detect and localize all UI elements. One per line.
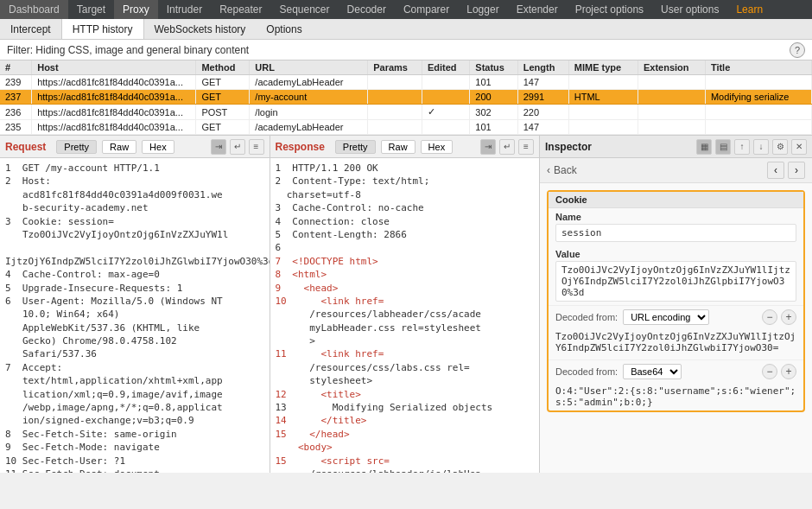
decode-select-2[interactable]: Base64 [623,364,682,379]
col-method: Method [196,60,250,75]
nav-dashboard[interactable]: Dashboard [0,0,68,19]
request-line: AppleWebKit/537.36 (KHTML, like [5,321,264,334]
response-panel: Response Pretty Raw Hex ⇥ ↵ ≡ 1 HTTP/1.1… [270,136,541,473]
request-line: 2 Host: [5,175,264,188]
request-line: Safari/537.36 [5,347,264,360]
request-icon-ln[interactable]: ↵ [230,139,245,155]
request-icon-menu[interactable]: ≡ [249,139,264,155]
nav-intruder[interactable]: Intruder [158,0,211,19]
request-line: 8 Sec-Fetch-Site: same-origin [5,428,264,441]
cookie-value-text: Tzo0OiJVc2VyIjoyOntzOjg6InVzZXJuYW1lIjtz… [555,261,796,302]
inspector-icon-up[interactable]: ↑ [734,139,750,155]
response-line: /resources/css/labs.css rel= [276,361,535,374]
request-tab-hex[interactable]: Hex [142,140,174,154]
nav-proxy[interactable]: Proxy [114,0,158,19]
decode-plus-2[interactable]: + [781,364,796,379]
response-tab-pretty[interactable]: Pretty [335,140,376,154]
inspector-icon-down[interactable]: ↓ [753,139,769,155]
decode-plus-1[interactable]: + [781,309,796,325]
nav-logger[interactable]: Logger [458,0,507,19]
decode-label-2: Decoded from: [555,366,618,377]
inspector-icon-grid2[interactable]: ▤ [715,139,731,155]
response-panel-icons: ⇥ ↵ ≡ [480,139,534,155]
response-line: /resources/labheader/css/acade [276,308,535,321]
inspector-title: Inspector [545,141,693,153]
inspector-icon-settings[interactable]: ⚙ [772,139,788,155]
request-line: acd81fc81f84dd40c0391a4d009f0031.we [5,188,264,201]
decode-row-2: Decoded from: Base64 − + [549,359,803,383]
request-line: 1 GET /my-account HTTP/1.1 [5,162,264,175]
request-line: Gecko) Chrome/98.0.4758.102 [5,334,264,347]
tab-intercept[interactable]: Intercept [0,19,61,39]
inspector-prev-arrow[interactable]: ‹ [767,162,784,179]
response-line: 4 Connection: close [276,215,535,228]
decode-row-1: Decoded from: URL encoding − + [549,305,803,328]
inspector-icon-grid1[interactable]: ▦ [696,139,712,155]
response-icon-menu[interactable]: ≡ [518,139,534,155]
nav-learn[interactable]: Learn [727,0,771,19]
response-line: 1 HTTP/1.1 200 OK [276,162,535,175]
request-line: text/html,application/xhtml+xml,app [5,374,264,387]
col-host: Host [32,60,196,75]
table-row[interactable]: 236https://acd81fc81f84dd40c0391a...POST… [0,105,812,120]
decode-select-1[interactable]: URL encoding [623,309,709,325]
help-button[interactable]: ? [790,42,805,58]
nav-comparer[interactable]: Comparer [395,0,458,19]
decode-minus-2[interactable]: − [762,364,777,379]
inspector-back-button[interactable]: ‹ Back [547,164,577,176]
response-line: 14 </title> [276,414,535,427]
tab-websockets-history[interactable]: WebSockets history [144,19,257,39]
response-line: 15 <script src= [276,455,535,468]
response-line: 13 Modifying Serialized objects [276,401,535,414]
top-nav: Dashboard Target Proxy Intruder Repeater… [0,0,812,19]
nav-extender[interactable]: Extender [508,0,567,19]
response-icon-ln[interactable]: ↵ [499,139,515,155]
col-url: URL [250,60,368,75]
tab-options[interactable]: Options [256,19,312,39]
request-icon-wrap[interactable]: ⇥ [211,139,226,155]
decode-value-1: Tzo0OiJVc2VyIjoyOntzOjg6InVzZXJuYW1lIjtz… [549,328,803,356]
table-row[interactable]: 235https://acd81fc81f84dd40c0391a...GET/… [0,120,812,135]
decode-minus-1[interactable]: − [762,309,777,325]
request-line: 10 Sec-Fetch-User: ?1 [5,455,264,468]
response-line: > [276,334,535,347]
tab-http-history[interactable]: HTTP history [61,19,144,39]
response-line: 3 Cache-Control: no-cache [276,201,535,214]
request-tab-pretty[interactable]: Pretty [56,140,97,154]
table-row[interactable]: 239https://acd81fc81f84dd40c0391a...GET/… [0,75,812,90]
cookie-section: Cookie Name session Value Tzo0OiJVc2VyIj… [547,190,805,412]
col-params: Params [368,60,422,75]
table-row[interactable]: 237https://acd81fc81f84dd40c0391a...GET/… [0,90,812,105]
request-line: ion/signed-exchange;v=b3;q=0.9 [5,414,264,427]
col-title: Title [705,60,811,75]
nav-decoder[interactable]: Decoder [339,0,395,19]
response-line: <body> [276,441,535,454]
inspector-next-arrow[interactable]: › [788,162,805,179]
nav-user-options[interactable]: User options [652,0,727,19]
request-line: Tzo0OiJVc2VyIjoyOntzOjg6InVzZXJuYW1l [5,228,264,241]
nav-project-options[interactable]: Project options [567,0,652,19]
inspector-panel: Inspector ▦ ▤ ↑ ↓ ⚙ ✕ ‹ Back ‹ › Cookie … [540,136,812,473]
response-line: stylesheet> [276,374,535,387]
response-tab-raw[interactable]: Raw [381,140,416,154]
col-edited: Edited [422,60,469,75]
response-icon-wrap[interactable]: ⇥ [480,139,496,155]
cookie-name-field: Name session [549,208,803,245]
inspector-nav-arrows: ‹ › [767,162,805,179]
nav-sequencer[interactable]: Sequencer [271,0,339,19]
back-label: Back [554,164,577,176]
request-line: 4 Cache-Control: max-age=0 [5,268,264,281]
response-title: Response [276,141,325,153]
response-tab-hex[interactable]: Hex [421,140,454,154]
col-extension: Extension [638,60,705,75]
response-line: 7 <!DOCTYPE html> [276,255,535,268]
inspector-icon-close[interactable]: ✕ [791,139,807,155]
response-line: 15 </head> [276,428,535,441]
response-content: 1 HTTP/1.1 200 OK2 Content-Type: text/ht… [270,158,540,473]
decode-value-2: O:4:"User":2:{s:8:"username";s:6:"wiener… [549,383,803,410]
nav-repeater[interactable]: Repeater [211,0,270,19]
request-tab-raw[interactable]: Raw [102,140,136,154]
cookie-section-title: Cookie [549,192,803,208]
col-id: # [0,60,32,75]
nav-target[interactable]: Target [68,0,114,19]
